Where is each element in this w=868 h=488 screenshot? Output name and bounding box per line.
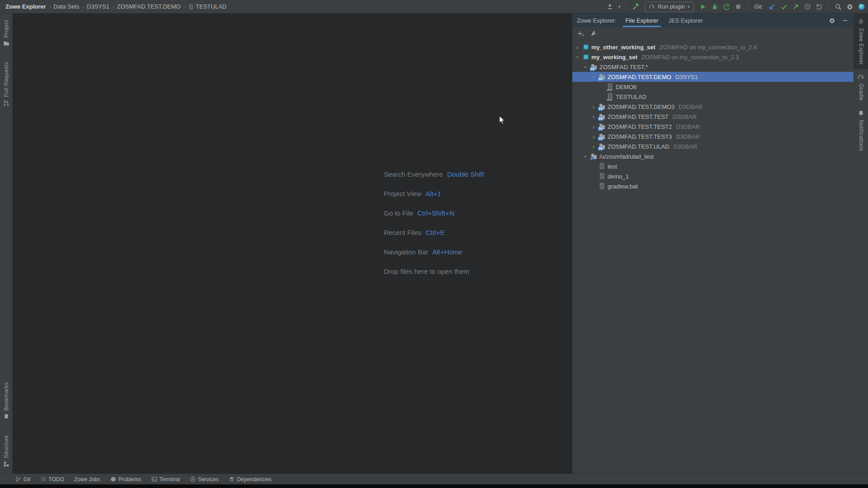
tree-chevron-icon[interactable] — [590, 104, 597, 110]
ide-profile-sphere-icon[interactable] — [858, 3, 865, 11]
dataset-folder-icon: DS — [599, 103, 606, 110]
tool-window-button[interactable]: Structure — [3, 433, 9, 469]
tree-chevron-icon[interactable] — [590, 144, 597, 150]
tree-row[interactable]: DS ZOSMFAD.TEST.TEST3 D3DBAR — [572, 131, 854, 141]
bottom-tool-window-button[interactable]: Git — [15, 476, 30, 483]
tree-chevron-icon[interactable] — [582, 154, 589, 160]
status-strip — [0, 484, 868, 488]
shortcut-hint-row: Go to FileCtrl+Shift+N — [384, 209, 484, 218]
breadcrumb-item[interactable]: › Data Sets — [49, 3, 80, 10]
working-set-icon — [582, 53, 590, 61]
shortcut-keys: Ctrl+Shift+N — [417, 209, 454, 217]
tool-window-label: Notifications — [858, 120, 864, 151]
tree-row-suffix: D3DBAR — [676, 133, 700, 140]
profiler-icon[interactable] — [723, 3, 731, 11]
build-hammer-icon[interactable] — [632, 3, 639, 11]
tool-window-button[interactable]: Pull Requests — [3, 60, 9, 108]
dataset-tree: my_other_working_set ZOSMFAD on my_conne… — [572, 40, 854, 191]
tool-window-label: Zowe Explorer — [858, 28, 864, 65]
push-icon[interactable] — [792, 3, 799, 11]
bottom-tool-window-button[interactable]: Services — [190, 476, 219, 483]
tool-window-button[interactable]: Gradle — [854, 69, 868, 105]
update-project-icon[interactable] — [768, 3, 776, 11]
panel-title: Zowe Explorer: — [577, 17, 616, 24]
tree-row[interactable]: test — [572, 161, 854, 171]
tree-row[interactable]: DS ZOSMFAD.TEST.DEMO D3SYS1 — [572, 72, 854, 82]
tree-row[interactable]: DS ZOSMFAD.TEST.ULAD D3DBAR — [572, 141, 854, 151]
commit-icon[interactable] — [780, 3, 788, 11]
stop-icon[interactable] — [735, 3, 742, 11]
tool-window-button[interactable]: Bookmarks — [3, 380, 9, 422]
tree-row[interactable]: DS ZOSMFAD.TEST.DEMO3 D3DBAR — [572, 102, 854, 112]
tree-chevron-icon[interactable] — [590, 114, 597, 120]
gradle-icon — [858, 74, 864, 80]
rollback-icon[interactable] — [815, 3, 823, 11]
tree-chevron-icon[interactable] — [590, 74, 597, 80]
tree-row[interactable]: my_other_working_set ZOSMFAD on my_conne… — [572, 42, 854, 52]
tree-chevron-icon[interactable] — [590, 134, 597, 140]
history-icon[interactable] — [803, 3, 811, 11]
tree-row[interactable]: my_working_set ZOSMFAD on my_connection_… — [572, 52, 854, 62]
editor-empty-area: Search EverywhereDouble Shift Project Vi… — [13, 14, 572, 474]
tree-row-label: ZOSMFAD.TEST.* — [599, 64, 648, 70]
search-icon[interactable] — [834, 3, 842, 11]
tree-chevron-icon[interactable] — [574, 54, 580, 60]
breadcrumb-item[interactable]: › TESTULAD — [184, 3, 226, 10]
tree-row[interactable]: demo_1 — [572, 171, 854, 181]
hide-icon[interactable] — [841, 17, 849, 24]
tree-row[interactable]: DS ZOSMFAD.TEST.TEST2 D3DBAR — [572, 122, 854, 131]
breadcrumb-item[interactable]: › Zowe Explorer — [5, 3, 46, 10]
run-configuration-select[interactable]: Run plugin ▾ — [645, 2, 693, 12]
tree-chevron-icon[interactable] — [582, 64, 589, 70]
tool-window-button[interactable]: Z Zowe Explorer — [854, 14, 868, 69]
icon-badge: DS — [598, 107, 603, 111]
tab-file-explorer[interactable]: File Explorer — [624, 14, 659, 27]
toolbar-separator — [748, 3, 748, 10]
breadcrumb-item[interactable]: › ZOSMFAD.TEST.DEMO — [113, 3, 181, 10]
git-branch-icon — [15, 476, 21, 482]
debug-icon[interactable] — [711, 3, 719, 11]
tree-row-suffix: D3DBAR — [676, 123, 700, 130]
tool-window-label: Project — [3, 20, 9, 38]
collaboration-users-icon[interactable] — [607, 3, 614, 11]
wrench-icon[interactable] — [590, 30, 597, 37]
tool-window-button[interactable]: Project — [3, 18, 9, 48]
tree-row-label: DEMO6 — [616, 84, 637, 90]
shortcut-hints: Search EverywhereDouble Shift Project Vi… — [384, 170, 484, 275]
shortcut-hint-row: Search EverywhereDouble Shift — [384, 170, 484, 179]
bottom-tool-window-button[interactable]: Problems — [110, 476, 142, 483]
settings-gear-icon[interactable] — [828, 17, 836, 24]
bottom-tool-window-button[interactable]: Zowe Jobs — [74, 476, 100, 483]
tree-row-suffix: D3SYS1 — [675, 74, 698, 80]
tool-window-button[interactable]: Notifications — [854, 105, 868, 155]
tree-row[interactable]: /u/zosmfad/ulad_test — [572, 151, 854, 161]
users-dropdown-caret-icon[interactable]: ▾ — [618, 5, 621, 9]
tree-row[interactable]: MEM DEMO6 — [572, 82, 854, 92]
tree-row-label: TESTULAD — [616, 94, 646, 100]
dataset-folder-icon: DS — [590, 63, 598, 70]
tree-row[interactable]: gradlew.bat — [572, 181, 854, 191]
tree-chevron-icon[interactable] — [590, 124, 597, 130]
icon-badge: DS — [598, 117, 603, 121]
shortcut-keys: Alt+1 — [425, 190, 441, 197]
panel-header: Zowe Explorer: File Explorer JES Explore… — [572, 14, 854, 27]
tree-row-label: ZOSMFAD.TEST.TEST — [608, 113, 669, 120]
tab-jes-explorer[interactable]: JES Explorer — [667, 14, 703, 27]
add-icon[interactable]: ▾ — [577, 30, 584, 37]
settings-icon[interactable] — [846, 3, 854, 11]
tree-row[interactable]: MEM TESTULAD — [572, 92, 854, 102]
bottom-button-label: Dependencies — [237, 476, 272, 483]
left-tool-window-stripe: Project Pull Requests Bookmarks Structur… — [0, 14, 13, 474]
play-icon[interactable] — [699, 3, 707, 11]
breadcrumb-item[interactable]: › D3SYS1 — [82, 3, 109, 10]
breadcrumb-separator-icon: › — [184, 3, 186, 10]
icon-badge: DS — [598, 127, 603, 131]
member-file-icon: MEM — [607, 93, 614, 100]
bottom-tool-window-button[interactable]: Dependencies — [229, 476, 272, 483]
tree-chevron-icon[interactable] — [574, 44, 580, 50]
shortcut-hint-row: Project ViewAlt+1 — [384, 190, 484, 199]
bottom-tool-window-button[interactable]: Terminal — [151, 476, 180, 483]
bottom-tool-window-button[interactable]: TODO — [40, 476, 64, 483]
tree-row[interactable]: DS ZOSMFAD.TEST.* — [572, 62, 854, 72]
tree-row[interactable]: DS ZOSMFAD.TEST.TEST D3DBAR — [572, 112, 854, 122]
